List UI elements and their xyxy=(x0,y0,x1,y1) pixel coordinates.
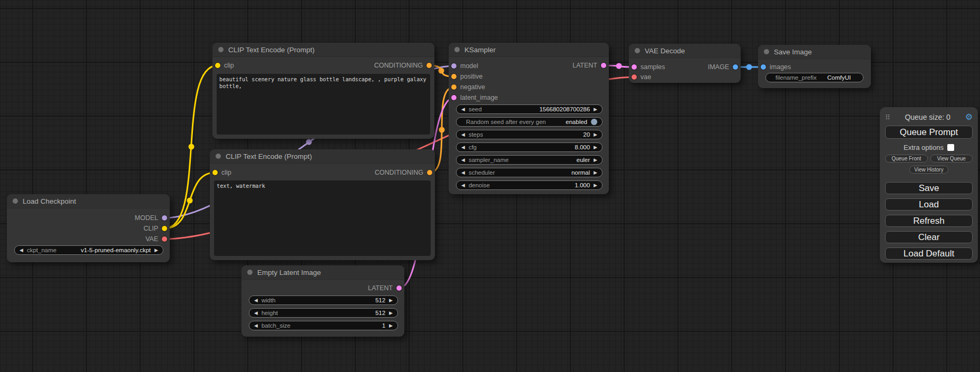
arrow-left-icon[interactable]: ◀ xyxy=(254,311,258,316)
collapse-dot-icon[interactable] xyxy=(216,154,221,159)
node-title-bar[interactable]: Save Image xyxy=(758,45,871,59)
clip-port-icon[interactable] xyxy=(215,63,220,68)
conditioning-port-icon[interactable] xyxy=(451,74,457,79)
collapse-dot-icon[interactable] xyxy=(635,48,640,53)
save-button[interactable]: Save xyxy=(885,182,973,194)
conditioning-port-icon[interactable] xyxy=(451,84,457,90)
conditioning-port-icon[interactable] xyxy=(427,170,432,175)
drag-handle-icon[interactable]: ⠿ xyxy=(885,113,890,121)
collapse-dot-icon[interactable] xyxy=(454,47,460,52)
arrow-left-icon[interactable]: ◀ xyxy=(461,183,465,188)
view-history-button[interactable]: View History xyxy=(909,166,948,174)
collapse-dot-icon[interactable] xyxy=(218,47,224,52)
clip-port-icon[interactable] xyxy=(162,226,167,231)
output-latent: LATENT xyxy=(368,283,402,293)
arrow-right-icon[interactable]: ▶ xyxy=(389,323,393,328)
collapse-dot-icon[interactable] xyxy=(247,270,253,275)
sampler-name-widget[interactable]: ◀ sampler_name euler ▶ xyxy=(456,155,603,165)
arrow-right-icon[interactable]: ▶ xyxy=(389,311,393,316)
gear-icon[interactable]: ⚙ xyxy=(965,113,973,121)
input-latent-image: latent_image xyxy=(451,92,498,103)
image-port-icon[interactable] xyxy=(761,64,766,70)
latent-port-icon[interactable] xyxy=(396,285,402,291)
arrow-right-icon[interactable]: ▶ xyxy=(594,107,597,112)
collapse-dot-icon[interactable] xyxy=(13,198,18,204)
width-widget[interactable]: ◀ width 512 ▶ xyxy=(249,295,398,305)
arrow-left-icon[interactable]: ◀ xyxy=(461,170,465,175)
node-clip-text-encode-positive[interactable]: CLIP Text Encode (Prompt) clip CONDITION… xyxy=(212,43,434,139)
arrow-right-icon[interactable]: ▶ xyxy=(594,183,597,188)
arrow-left-icon[interactable]: ◀ xyxy=(254,298,258,303)
node-empty-latent-image[interactable]: Empty Latent Image LATENT ◀ width 512 ▶ … xyxy=(241,265,404,337)
node-graph-canvas[interactable]: Load Checkpoint MODEL CLIP VAE ◀ ckpt_na… xyxy=(0,0,980,372)
input-clip: clip xyxy=(215,60,234,71)
height-widget[interactable]: ◀ height 512 ▶ xyxy=(249,308,398,318)
random-seed-toggle-widget[interactable]: Random seed after every gen enabled xyxy=(456,117,603,127)
arrow-right-icon[interactable]: ▶ xyxy=(389,298,393,303)
batch-size-widget[interactable]: ◀ batch_size 1 ▶ xyxy=(249,321,398,330)
prompt-text-area[interactable]: text, watermark xyxy=(214,180,431,256)
arrow-right-icon[interactable]: ▶ xyxy=(594,132,597,137)
node-title-bar[interactable]: CLIP Text Encode (Prompt) xyxy=(210,149,435,164)
node-save-image[interactable]: Save Image images filename_prefix ComfyU… xyxy=(758,45,871,88)
node-title: Empty Latent Image xyxy=(257,269,321,276)
node-title: CLIP Text Encode (Prompt) xyxy=(228,46,315,54)
extra-options-checkbox[interactable] xyxy=(947,144,954,151)
queue-panel-header: ⠿ Queue size: 0 ⚙ xyxy=(885,111,973,123)
arrow-left-icon[interactable]: ◀ xyxy=(461,158,465,163)
arrow-left-icon[interactable]: ◀ xyxy=(461,145,465,150)
vae-port-icon[interactable] xyxy=(162,236,167,242)
view-history-row: View History xyxy=(885,166,973,174)
filename-prefix-widget[interactable]: filename_prefix ComfyUI xyxy=(765,73,863,82)
arrow-right-icon[interactable]: ▶ xyxy=(594,170,597,175)
arrow-left-icon[interactable]: ◀ xyxy=(254,323,258,328)
clip-port-icon[interactable] xyxy=(212,170,218,175)
denoise-widget[interactable]: ◀ denoise 1.000 ▶ xyxy=(456,180,603,190)
arrow-left-icon[interactable]: ◀ xyxy=(20,248,23,253)
latent-port-icon[interactable] xyxy=(601,63,606,68)
node-load-checkpoint[interactable]: Load Checkpoint MODEL CLIP VAE ◀ ckpt_na… xyxy=(7,194,170,262)
node-title-bar[interactable]: VAE Decode xyxy=(629,44,741,58)
output-clip: CLIP xyxy=(143,223,167,234)
collapse-dot-icon[interactable] xyxy=(764,49,769,54)
view-queue-button[interactable]: View Queue xyxy=(930,155,973,163)
queue-front-button[interactable]: Queue Front xyxy=(885,155,928,163)
ckpt-name-widget[interactable]: ◀ ckpt_name v1-5-pruned-emaonly.ckpt ▶ xyxy=(14,245,163,255)
arrow-right-icon[interactable]: ▶ xyxy=(594,145,597,150)
vae-port-icon[interactable] xyxy=(632,74,637,80)
arrow-left-icon[interactable]: ◀ xyxy=(461,132,465,137)
cfg-widget[interactable]: ◀ cfg 8.000 ▶ xyxy=(456,142,603,152)
model-port-icon[interactable] xyxy=(451,63,457,69)
output-image: IMAGE xyxy=(708,62,738,72)
prompt-text-area[interactable]: beautiful scenery nature glass bottle la… xyxy=(217,74,430,135)
clear-button[interactable]: Clear xyxy=(885,231,973,243)
node-clip-text-encode-negative[interactable]: CLIP Text Encode (Prompt) clip CONDITION… xyxy=(210,149,435,260)
node-title-bar[interactable]: KSampler xyxy=(449,43,609,57)
node-title-bar[interactable]: CLIP Text Encode (Prompt) xyxy=(212,43,434,57)
node-vae-decode[interactable]: VAE Decode samples IMAGE vae xyxy=(629,44,741,83)
node-title-bar[interactable]: Empty Latent Image xyxy=(241,265,404,280)
node-title-bar[interactable]: Load Checkpoint xyxy=(7,194,170,208)
arrow-left-icon[interactable]: ◀ xyxy=(461,107,465,112)
scheduler-widget[interactable]: ◀ scheduler normal ▶ xyxy=(456,168,603,177)
node-ksampler[interactable]: KSampler model positive negative latent_… xyxy=(449,43,609,194)
link-dot-conditioning-positive xyxy=(439,68,444,74)
latent-port-icon[interactable] xyxy=(632,64,637,70)
node-title: KSampler xyxy=(464,46,496,54)
arrow-right-icon[interactable]: ▶ xyxy=(154,248,158,253)
conditioning-port-icon[interactable] xyxy=(426,63,432,68)
link-dot-latent-samples xyxy=(616,63,622,69)
refresh-button[interactable]: Refresh xyxy=(885,215,973,227)
toggle-enabled-icon[interactable] xyxy=(591,119,597,125)
seed-widget[interactable]: ◀ seed 156680208700286 ▶ xyxy=(456,104,603,114)
steps-widget[interactable]: ◀ steps 20 ▶ xyxy=(456,130,603,139)
load-default-button[interactable]: Load Default xyxy=(885,247,973,260)
latent-port-icon[interactable] xyxy=(451,95,457,100)
arrow-right-icon[interactable]: ▶ xyxy=(594,158,597,163)
load-button[interactable]: Load xyxy=(885,198,973,211)
input-vae: vae xyxy=(632,72,651,82)
output-conditioning: CONDITIONING xyxy=(374,60,432,71)
image-port-icon[interactable] xyxy=(733,64,738,70)
queue-prompt-button[interactable]: Queue Prompt xyxy=(885,126,973,139)
model-port-icon[interactable] xyxy=(162,215,167,221)
